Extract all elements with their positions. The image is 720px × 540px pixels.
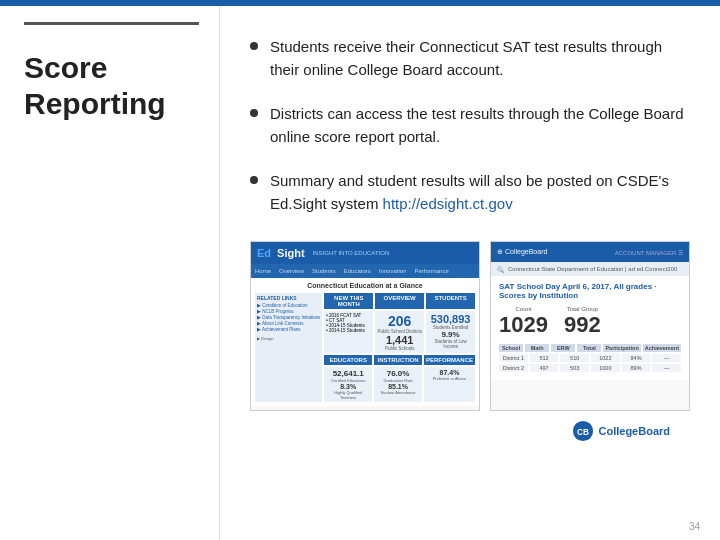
educators-number: 52,641.1 xyxy=(326,369,370,378)
right-panel: Students receive their Connecticut SAT t… xyxy=(220,6,720,540)
left-panel: Score Reporting xyxy=(0,6,220,540)
collegeboard-logo: CB CollegeBoard xyxy=(572,420,670,442)
cb-col-erw: ERW xyxy=(551,344,575,352)
main-content: Score Reporting Students receive their C… xyxy=(0,6,720,540)
page-number: 34 xyxy=(689,521,700,532)
bullet-dot-3 xyxy=(250,176,258,184)
bullet-dot-2 xyxy=(250,109,258,117)
edsight-nav-students: Students xyxy=(312,268,336,274)
cb-cell-part-1: 94% xyxy=(622,354,651,362)
cb-table-row-2: District 2 497 503 1000 89% — xyxy=(499,364,681,372)
overview-header: OVERVIEW xyxy=(375,293,424,309)
cb-score-row: Count 1029 Total Group 992 xyxy=(499,306,681,336)
cb-subheader: 🔍 Connecticut State Department of Educat… xyxy=(491,262,689,276)
collegeboard-logo-icon: CB xyxy=(572,420,594,442)
edsight-bottom-stats: EDUCATORS INSTRUCTION PERFORMANCE 52,641… xyxy=(324,355,475,402)
instruction-pct: 85.1% xyxy=(376,383,420,390)
cb-col-school: School xyxy=(499,344,523,352)
cb-cell-ach-1: — xyxy=(652,354,681,362)
students-pct: 9.9% xyxy=(428,330,473,339)
cb-col-participation: Participation xyxy=(603,344,640,352)
cb-cell-math-2: 497 xyxy=(530,364,559,372)
educators-stat: 52,641.1 Certified Educators 8.3% Highly… xyxy=(324,367,372,402)
cb-cell-part-2: 89% xyxy=(622,364,651,372)
edsight-nav-educators: Educators xyxy=(344,268,371,274)
cb-table-header-row: School Math ERW Total Participation Achi… xyxy=(499,344,681,352)
slide-container: Score Reporting Students receive their C… xyxy=(0,0,720,540)
educators-header: EDUCATORS xyxy=(324,355,372,365)
edsight-stats: NEW THIS MONTH OVERVIEW STUDENTS • 2016 … xyxy=(324,293,475,402)
cb-col-total: Total xyxy=(577,344,601,352)
cb-header-label: ⊕ CollegeBoard xyxy=(497,248,547,256)
bullet-item-3: Summary and student results will also be… xyxy=(250,170,690,215)
performance-stat: 87.4% Proficient or Above xyxy=(424,367,475,402)
edsight-nav: Home Overview Students Educators Innovat… xyxy=(251,264,479,278)
bullet-text-1: Students receive their Connecticut SAT t… xyxy=(270,36,690,81)
cb-cell-erw-1: 510 xyxy=(560,354,589,362)
bullet-item-1: Students receive their Connecticut SAT t… xyxy=(250,36,690,81)
instruction-header: INSTRUCTION xyxy=(374,355,422,365)
edsight-logo-sight: Sight xyxy=(277,247,305,259)
edsight-nav-performance: Performance xyxy=(414,268,448,274)
overview-schools: 1,441 xyxy=(377,334,422,346)
students-header: STUDENTS xyxy=(426,293,475,309)
bullet-text-2: Districts can access the test results th… xyxy=(270,103,690,148)
cb-cell-ach-2: — xyxy=(652,364,681,372)
cb-body-title: SAT School Day April 6, 2017, All grades… xyxy=(499,282,681,300)
cb-cell-total-1: 1022 xyxy=(591,354,620,362)
edsight-screenshot: EdSight INSIGHT INTO EDUCATION Home Over… xyxy=(250,241,480,411)
edsight-sidebar: RELATED LINKS ▶ Condition of Education ▶… xyxy=(255,293,322,402)
edsight-nav-overview: Overview xyxy=(279,268,304,274)
cb-col-math: Math xyxy=(525,344,549,352)
cb-score-num-2: 992 xyxy=(564,314,601,336)
edsight-link[interactable]: http://edsight.ct.gov xyxy=(383,195,513,212)
cb-header-right: ACCOUNT MANAGER ☰ xyxy=(615,249,683,256)
cb-score-block-2: Total Group 992 xyxy=(564,306,601,336)
cb-search-icon: 🔍 xyxy=(497,266,504,273)
edsight-content: RELATED LINKS ▶ Condition of Education ▶… xyxy=(255,293,475,402)
overview-stat: 206 Public School Districts 1,441 Public… xyxy=(375,311,424,353)
students-stat: 530,893 Students Enrolled 9.9% Students … xyxy=(426,311,475,353)
cb-col-achievement: Achievement xyxy=(643,344,681,352)
new-items: • 2016 FCAT SAT • CT SAT • 2014-15 Stude… xyxy=(324,311,373,353)
slide-title: Score Reporting xyxy=(24,50,199,122)
bottom-right: CB CollegeBoard xyxy=(250,416,690,446)
cb-cell-math-1: 512 xyxy=(530,354,559,362)
instruction-stat: 76.0% Graduation Rate 85.1% Student Atte… xyxy=(374,367,422,402)
bullet-item-2: Districts can access the test results th… xyxy=(250,103,690,148)
cb-body: SAT School Day April 6, 2017, All grades… xyxy=(491,276,689,380)
edsight-logo-ed: Ed xyxy=(257,247,271,259)
new-this-month-header: NEW THIS MONTH xyxy=(324,293,373,309)
cb-cell-erw-2: 503 xyxy=(560,364,589,372)
edsight-nav-innovation: Innovation xyxy=(379,268,407,274)
cb-table: School Math ERW Total Participation Achi… xyxy=(499,344,681,372)
cb-cell-total-2: 1000 xyxy=(591,364,620,372)
edsight-page-title: Connecticut Education at a Glance xyxy=(255,282,475,289)
collegeboard-screenshot: ⊕ CollegeBoard ACCOUNT MANAGER ☰ 🔍 Conne… xyxy=(490,241,690,411)
cb-cell-school-2: District 2 xyxy=(499,364,528,372)
svg-text:CB: CB xyxy=(578,428,590,437)
performance-header: PERFORMANCE xyxy=(424,355,475,365)
bullet-text-3: Summary and student results will also be… xyxy=(270,170,690,215)
cb-cell-school-1: District 1 xyxy=(499,354,528,362)
cb-score-num-1: 1029 xyxy=(499,314,548,336)
screenshot-section: EdSight INSIGHT INTO EDUCATION Home Over… xyxy=(250,241,690,416)
edsight-nav-home: Home xyxy=(255,268,271,274)
bullet-dot-1 xyxy=(250,42,258,50)
instruction-number: 76.0% xyxy=(376,369,420,378)
edsight-body: Connecticut Education at a Glance RELATE… xyxy=(251,278,479,406)
edsight-header: EdSight INSIGHT INTO EDUCATION xyxy=(251,242,479,264)
cb-header: ⊕ CollegeBoard ACCOUNT MANAGER ☰ xyxy=(491,242,689,262)
overview-number: 206 xyxy=(377,313,422,329)
cb-score-block-1: Count 1029 xyxy=(499,306,548,336)
educators-pct: 8.3% xyxy=(326,383,370,390)
performance-pct: 87.4% xyxy=(426,369,473,376)
edsight-top-stats: NEW THIS MONTH OVERVIEW STUDENTS • 2016 … xyxy=(324,293,475,353)
collegeboard-logo-text: CollegeBoard xyxy=(598,425,670,437)
cb-table-row-1: District 1 512 510 1022 94% — xyxy=(499,354,681,362)
cb-subheader-text: Connecticut State Department of Educatio… xyxy=(508,266,677,272)
edsight-tagline: INSIGHT INTO EDUCATION xyxy=(313,250,390,256)
students-number: 530,893 xyxy=(428,313,473,325)
